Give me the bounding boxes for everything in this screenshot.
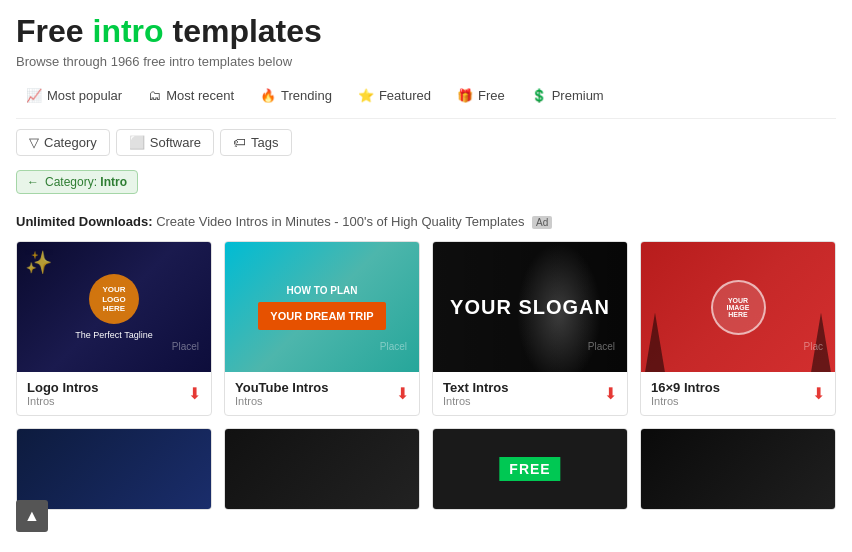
ad-badge: Ad (532, 216, 552, 229)
bottom-card-1[interactable] (16, 428, 212, 510)
filter-tags[interactable]: 🏷 Tags (220, 129, 291, 156)
bottom-thumb-2 (225, 429, 419, 509)
bottom-card-3[interactable]: FREE (432, 428, 628, 510)
download-icon-16x9-intros[interactable]: ⬇ (812, 384, 825, 403)
badge-arrow-icon: ← (27, 175, 39, 189)
template-card-text-intros[interactable]: YOUR SLOGAN Placel Text Intros Intros ⬇ (432, 241, 628, 416)
yr-image-circle: YOURIMAGEHERE (711, 280, 766, 335)
premium-icon: 💲 (531, 88, 547, 103)
template-grid: YOURLOGOHERE The Perfect Tagline ✨ Place… (16, 241, 836, 416)
category-filter-icon: ▽ (29, 135, 39, 150)
template-info-youtube-intros: YouTube Intros Intros ⬇ (225, 372, 419, 415)
software-filter-icon: ⬜ (129, 135, 145, 150)
template-thumb-logo-intros: YOURLOGOHERE The Perfect Tagline ✨ Place… (17, 242, 211, 372)
page-title: Free intro templates (16, 12, 836, 50)
bottom-card-4[interactable] (640, 428, 836, 510)
template-thumb-16x9-intros: YOURIMAGEHERE Plac (641, 242, 835, 372)
filter-software[interactable]: ⬜ Software (116, 129, 214, 156)
dream-trip-box: YOUR DREAM TRIP (258, 302, 385, 330)
bottom-thumb-1 (17, 429, 211, 509)
bottom-thumb-4 (641, 429, 835, 509)
bottom-card-2[interactable] (224, 428, 420, 510)
filter-category[interactable]: ▽ Category (16, 129, 110, 156)
slogan-text: YOUR SLOGAN (450, 296, 610, 319)
featured-icon: ⭐ (358, 88, 374, 103)
tags-filter-icon: 🏷 (233, 135, 246, 150)
template-card-youtube-intros[interactable]: HOW TO PLAN YOUR DREAM TRIP Placel YouTu… (224, 241, 420, 416)
free-banner: FREE (499, 457, 560, 481)
nav-bar: 📈 Most popular 🗂 Most recent 🔥 Trending … (16, 83, 836, 119)
bottom-thumb-3: FREE (433, 429, 627, 509)
nav-trending[interactable]: 🔥 Trending (250, 83, 342, 108)
active-category-badge[interactable]: ← Category: Intro (16, 170, 138, 194)
template-info-logo-intros: Logo Intros Intros ⬇ (17, 372, 211, 415)
trending-icon: 🔥 (260, 88, 276, 103)
recent-icon: 🗂 (148, 88, 161, 103)
download-icon-logo-intros[interactable]: ⬇ (188, 384, 201, 403)
filter-bar: ▽ Category ⬜ Software 🏷 Tags (16, 129, 836, 156)
promo-bar: Unlimited Downloads: Create Video Intros… (16, 214, 836, 229)
template-thumb-text-intros: YOUR SLOGAN Placel (433, 242, 627, 372)
template-info-text-intros: Text Intros Intros ⬇ (433, 372, 627, 415)
download-icon-text-intros[interactable]: ⬇ (604, 384, 617, 403)
template-grid-bottom: FREE (16, 428, 836, 510)
page-subtitle: Browse through 1966 free intro templates… (16, 54, 836, 69)
download-icon-youtube-intros[interactable]: ⬇ (396, 384, 409, 403)
template-info-16x9-intros: 16×9 Intros Intros ⬇ (641, 372, 835, 415)
nav-featured[interactable]: ⭐ Featured (348, 83, 441, 108)
template-card-logo-intros[interactable]: YOURLOGOHERE The Perfect Tagline ✨ Place… (16, 241, 212, 416)
free-icon: 🎁 (457, 88, 473, 103)
badge-label: Category: Intro (45, 175, 127, 189)
popular-icon: 📈 (26, 88, 42, 103)
logo-circle: YOURLOGOHERE (89, 274, 139, 324)
nav-most-recent[interactable]: 🗂 Most recent (138, 83, 244, 108)
nav-most-popular[interactable]: 📈 Most popular (16, 83, 132, 108)
tagline-text: The Perfect Tagline (75, 330, 152, 340)
scroll-top-button[interactable]: ▲ (16, 500, 48, 532)
template-thumb-youtube-intros: HOW TO PLAN YOUR DREAM TRIP Placel (225, 242, 419, 372)
template-card-16x9-intros[interactable]: YOURIMAGEHERE Plac 16×9 Intros Intros ⬇ (640, 241, 836, 416)
nav-free[interactable]: 🎁 Free (447, 83, 515, 108)
nav-premium[interactable]: 💲 Premium (521, 83, 614, 108)
